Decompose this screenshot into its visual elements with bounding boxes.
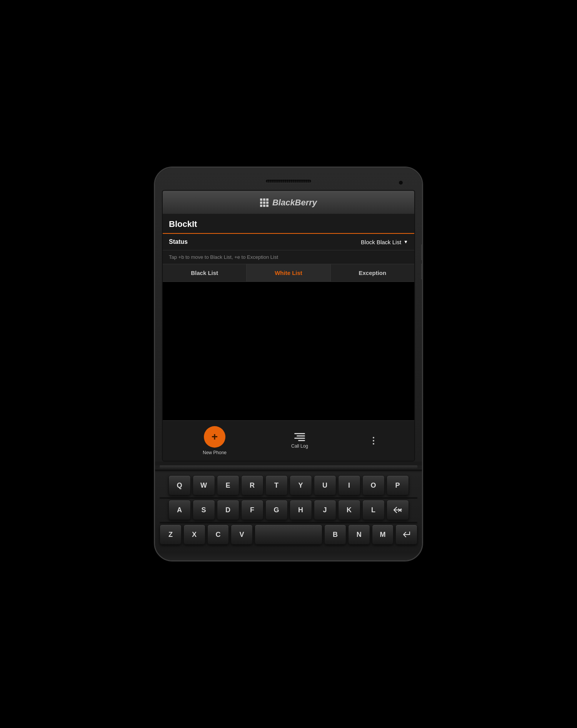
key-q[interactable]: Q — [168, 475, 191, 495]
tab-black-list[interactable]: Black List — [163, 264, 247, 282]
list-area — [163, 282, 414, 420]
keyboard: Q W E R T Y U I O P A S D F G H J — [155, 472, 422, 553]
app-header: BlockIt — [163, 214, 414, 234]
keyboard-separator — [155, 470, 422, 471]
volume-up-button[interactable] — [421, 245, 423, 260]
key-y[interactable]: Y — [290, 475, 312, 495]
app-title: BlockIt — [169, 219, 408, 229]
key-t[interactable]: T — [265, 475, 288, 495]
speaker-grille — [265, 179, 312, 183]
keyboard-top-strip — [160, 465, 417, 468]
key-f[interactable]: F — [241, 500, 263, 520]
key-k[interactable]: K — [338, 500, 360, 520]
volume-down-button[interactable] — [421, 264, 423, 279]
key-g[interactable]: G — [265, 500, 288, 520]
bottom-bezel — [155, 553, 422, 560]
key-h[interactable]: H — [290, 500, 312, 520]
tab-exception[interactable]: Exception — [331, 264, 414, 282]
status-label: Status — [169, 238, 188, 245]
key-i[interactable]: I — [338, 475, 360, 495]
phone-screen: BlackBerry BlockIt Status Block Black Li… — [162, 190, 415, 461]
status-value: Block Black List — [361, 239, 401, 245]
call-log-action[interactable]: Call Log — [291, 433, 308, 449]
brand-name: BlackBerry — [272, 198, 317, 208]
key-u[interactable]: U — [314, 475, 336, 495]
key-p[interactable]: P — [387, 475, 409, 495]
chevron-down-icon: ▼ — [404, 239, 408, 245]
key-m[interactable]: M — [372, 525, 394, 545]
key-j[interactable]: J — [314, 500, 336, 520]
key-backspace[interactable] — [387, 500, 409, 520]
status-row[interactable]: Status Block Black List ▼ — [163, 234, 414, 250]
tabs-bar: Black List White List Exception — [163, 264, 414, 282]
key-d[interactable]: D — [217, 500, 239, 520]
call-log-icon — [294, 433, 305, 441]
key-l[interactable]: L — [362, 500, 385, 520]
new-phone-action[interactable]: + New Phone — [203, 426, 227, 455]
key-v[interactable]: V — [231, 525, 253, 545]
top-bezel — [162, 175, 415, 190]
keyboard-row-2: A S D F G H J K L — [160, 500, 417, 520]
blackberry-logo: BlackBerry — [260, 198, 317, 208]
key-e[interactable]: E — [217, 475, 239, 495]
key-n[interactable]: N — [348, 525, 370, 545]
key-space[interactable] — [255, 525, 322, 545]
call-log-label: Call Log — [291, 443, 308, 449]
key-b[interactable]: B — [324, 525, 346, 545]
more-dots-icon — [373, 437, 374, 445]
key-enter[interactable] — [395, 525, 417, 545]
hint-text: Tap +b to move to Black List, +e to Exce… — [163, 250, 414, 264]
bb-logo-bar: BlackBerry — [163, 191, 414, 214]
key-a[interactable]: A — [168, 500, 191, 520]
key-c[interactable]: C — [207, 525, 229, 545]
key-z[interactable]: Z — [160, 525, 182, 545]
more-action[interactable] — [373, 437, 374, 445]
action-bar: + New Phone Call Log — [163, 420, 414, 461]
key-s[interactable]: S — [193, 500, 215, 520]
app-container: BlockIt Status Block Black List ▼ Tap +b… — [163, 214, 414, 461]
key-o[interactable]: O — [362, 475, 385, 495]
status-dropdown[interactable]: Block Black List ▼ — [361, 239, 408, 245]
keyboard-row-1: Q W E R T Y U I O P — [160, 475, 417, 495]
add-phone-button[interactable]: + — [204, 426, 225, 448]
key-w[interactable]: W — [193, 475, 215, 495]
bb-dots-icon — [260, 198, 268, 207]
front-camera — [398, 180, 404, 185]
key-r[interactable]: R — [241, 475, 263, 495]
new-phone-label: New Phone — [203, 450, 227, 455]
keyboard-row-3: Z X C V B N M — [160, 525, 417, 545]
phone-device: BlackBerry BlockIt Status Block Black Li… — [154, 167, 423, 561]
key-x[interactable]: X — [183, 525, 205, 545]
tab-white-list[interactable]: White List — [247, 264, 330, 282]
